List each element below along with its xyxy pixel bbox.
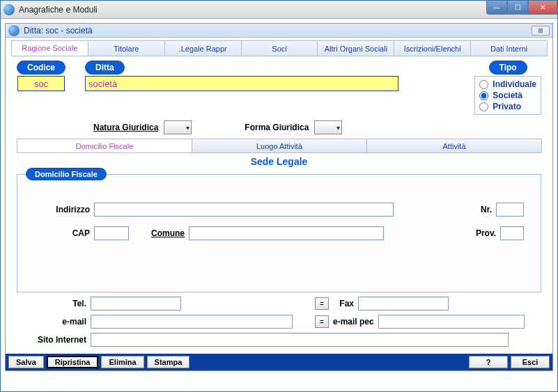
minimize-button[interactable]: — [486,1,507,15]
fax-input[interactable] [358,297,449,311]
close-button[interactable]: ✕ [528,1,557,15]
ripristina-button[interactable]: Ripristina [47,356,99,368]
inner-close-button[interactable]: ⊠ [532,26,550,36]
codice-label: Codice [17,61,65,75]
app-window: Anagrafiche e Moduli — ☐ ✕ Ditta: soc - … [0,0,558,392]
window-controls: — ☐ ✕ [486,1,557,15]
natura-giuridica-combo[interactable] [164,120,192,134]
sito-label: Sito Internet [17,335,86,345]
window-title: Anagrafiche e Moduli [19,5,98,15]
tab-ragione-sociale[interactable]: Ragione Sociale [11,40,88,56]
tab-legale-rappr[interactable]: .Legale Rappr [164,40,242,56]
radio-societa-label: Società [493,91,522,100]
tab-iscrizioni[interactable]: Iscrizioni/Elenchi [394,40,471,56]
tipo-block: Tipo Individuale Società Privato [474,61,541,115]
main-tab-bar: Ragione Sociale Titolare .Legale Rappr S… [11,40,547,56]
forma-giuridica-combo[interactable] [314,120,342,134]
sito-input[interactable] [91,333,509,347]
stampa-button[interactable]: Stampa [147,356,190,368]
inner-window-title: Ditta: soc - società [24,26,93,36]
natura-forma-row: Natura Giuridica Forma Giuridica [93,120,541,134]
forma-giuridica-label: Forma Giuridica [245,123,309,132]
radio-privato-label: Privato [493,102,521,111]
email-pec-input[interactable] [378,315,525,329]
salva-button[interactable]: Salva [8,356,44,368]
comune-input[interactable] [189,226,384,240]
titlebar: Anagrafiche e Moduli — ☐ ✕ [1,1,557,19]
codice-block: Codice [17,61,65,91]
elimina-button[interactable]: Elimina [101,356,144,368]
domicilio-group-label: Domicilio Fiscale [26,168,107,180]
ditta-block: Ditta [85,61,467,91]
maximize-button[interactable]: ☐ [507,1,528,15]
esci-button[interactable]: Esci [511,356,550,368]
sub-tab-luogo[interactable]: Luogo Attività [192,139,367,152]
tab-dati-interni[interactable]: Dati Interni [470,40,548,56]
domicilio-group: Domicilio Fiscale Indirizzo Nr. CAP Comu… [17,174,541,292]
tab-titolare[interactable]: Titolare [88,40,165,56]
sub-tab-bar: Domicilio Fiscale Luogo Attività Attivit… [17,139,541,153]
prov-label: Prov. [476,228,496,238]
email-copy-button[interactable]: = [315,315,329,328]
tab-altri-organi[interactable]: Altri Organi Sociali [317,40,394,56]
tel-label: Tel. [17,299,86,308]
sede-legale-title: Sede Legale [17,156,541,167]
tipo-radio-group: Individuale Società Privato [474,76,541,115]
cap-input[interactable] [94,226,129,240]
radio-privato[interactable]: Privato [479,101,536,112]
ditta-label: Ditta [85,61,125,75]
email-label: e-mail [17,317,86,327]
fax-label: Fax [333,299,354,308]
radio-individuale-label: Individuale [493,79,536,89]
radio-societa[interactable]: Società [479,90,536,101]
tipo-label: Tipo [489,61,527,75]
sub-tab-attivita[interactable]: Attività [366,139,542,152]
tab-soci[interactable]: Soci [241,40,318,56]
nr-input[interactable] [496,203,524,217]
email-pec-label: e-mail pec [333,317,374,327]
help-button[interactable]: ? [469,356,508,368]
inner-window-icon [8,25,20,36]
fax-copy-button[interactable]: = [315,297,329,310]
cap-label: CAP [34,228,90,238]
inner-titlebar: Ditta: soc - società ⊠ [6,24,552,38]
radio-individuale[interactable]: Individuale [479,79,536,90]
ditta-input[interactable] [85,76,398,91]
prov-input[interactable] [500,226,524,240]
email-input[interactable] [91,315,293,329]
bottom-toolbar: Salva Ripristina Elimina Stampa ? Esci [6,354,552,370]
codice-input[interactable] [17,76,65,91]
tel-input[interactable] [91,297,181,311]
app-icon [3,4,15,15]
nr-label: Nr. [481,205,492,214]
indirizzo-label: Indirizzo [34,205,90,214]
contacts-block: Tel. = Fax e-mail = e-mail pec Sito In [17,297,541,347]
indirizzo-input[interactable] [94,203,394,217]
content-area: Codice Ditta Tipo Individuale Società Pr… [6,56,552,355]
natura-giuridica-label: Natura Giuridica [93,123,158,132]
sub-tab-domicilio[interactable]: Domicilio Fiscale [17,139,192,152]
comune-label: Comune [151,228,185,238]
header-row: Codice Ditta Tipo Individuale Società Pr… [17,61,541,115]
inner-window: Ditta: soc - società ⊠ Ragione Sociale T… [5,23,553,371]
